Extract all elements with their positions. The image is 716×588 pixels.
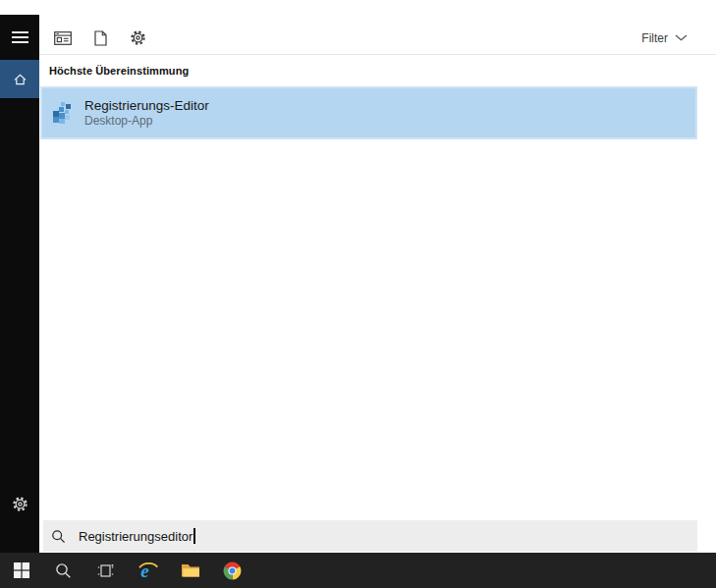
settings-button[interactable] [0, 485, 39, 522]
search-icon [55, 562, 72, 579]
settings-gear-icon [12, 496, 28, 512]
task-view-icon [97, 563, 114, 578]
settings-gear-icon [130, 29, 146, 46]
search-results-pane: Filter Höchste Übereinstimmung [39, 15, 716, 553]
file-explorer-button[interactable] [169, 553, 211, 588]
result-title: Registrierungs-Editor [84, 97, 209, 114]
chevron-down-icon [675, 34, 688, 41]
chrome-icon [223, 561, 242, 580]
filter-label: Filter [641, 31, 668, 45]
chrome-button[interactable] [211, 553, 253, 588]
start-menu-panel: Filter Höchste Übereinstimmung [0, 15, 716, 553]
windows-start-icon [14, 562, 29, 578]
apps-window-icon [54, 31, 72, 45]
filter-apps-button[interactable] [49, 25, 77, 52]
hamburger-menu-icon [12, 31, 28, 43]
hamburger-menu-button[interactable] [0, 15, 39, 60]
search-icon [51, 529, 66, 544]
start-button[interactable] [0, 553, 42, 588]
text-caret [193, 528, 194, 544]
internet-explorer-button[interactable]: e [127, 553, 169, 588]
search-query-text: Registrierungseditor [79, 529, 193, 544]
home-button[interactable] [0, 60, 39, 98]
start-rail [0, 15, 39, 553]
search-result-item[interactable]: Registrierungs-Editor Desktop-App [40, 86, 697, 139]
filter-bar: Filter [39, 15, 716, 55]
internet-explorer-icon: e [138, 560, 159, 581]
taskbar-search-button[interactable] [42, 553, 84, 588]
taskbar: e [0, 553, 716, 588]
file-explorer-icon [181, 562, 200, 578]
result-subtitle: Desktop-App [84, 114, 209, 129]
home-icon [12, 72, 28, 87]
filter-documents-button[interactable] [86, 25, 114, 52]
registry-editor-icon [51, 101, 74, 126]
document-icon [94, 30, 107, 46]
filter-settings-button[interactable] [124, 25, 151, 52]
search-input[interactable]: Registrierungseditor [43, 520, 697, 552]
filter-dropdown[interactable]: Filter [641, 31, 688, 45]
section-header: Höchste Übereinstimmung [49, 65, 716, 77]
task-view-button[interactable] [84, 553, 127, 588]
